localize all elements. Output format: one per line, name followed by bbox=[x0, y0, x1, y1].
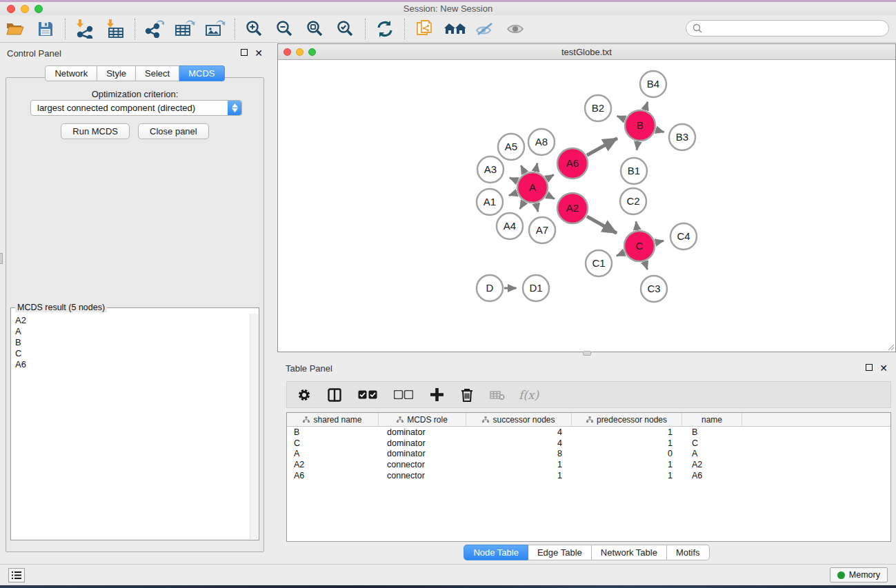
show-columns-icon[interactable] bbox=[326, 386, 344, 404]
table-cell[interactable]: 1 bbox=[572, 438, 682, 448]
table-cell[interactable]: C bbox=[287, 438, 379, 448]
tab-network[interactable]: Network bbox=[45, 65, 97, 81]
table-cell[interactable]: 1 bbox=[466, 471, 572, 480]
float-panel-icon[interactable] bbox=[241, 48, 248, 58]
open-file-icon[interactable] bbox=[2, 18, 28, 40]
table-cell[interactable]: 1 bbox=[572, 460, 682, 469]
save-session-icon[interactable] bbox=[32, 18, 59, 40]
table-cell[interactable]: 4 bbox=[466, 438, 572, 448]
zoom-out-icon[interactable] bbox=[272, 18, 298, 40]
column-header-shared-name[interactable]: shared name bbox=[287, 413, 379, 426]
mcds-result-item[interactable]: A bbox=[15, 326, 256, 337]
table-row[interactable]: A6connector11A6 bbox=[287, 470, 890, 481]
table-cell[interactable]: dominator bbox=[379, 427, 466, 437]
network-window-titlebar[interactable]: testGlobe.txt bbox=[278, 44, 895, 60]
graph-edge-A-A3[interactable] bbox=[510, 178, 517, 181]
column-header-MCDS-role[interactable]: MCDS role bbox=[379, 413, 466, 426]
table-cell[interactable]: dominator bbox=[379, 449, 466, 458]
network-canvas[interactable]: AA6A2BCB4B2B3A5A8A3B1A1C2A4A7C4C1C3DD1 bbox=[278, 60, 895, 352]
graph-edge-A-A4[interactable] bbox=[520, 202, 524, 209]
zoom-selected-icon[interactable] bbox=[332, 18, 359, 40]
tab-edge-table[interactable]: Edge Table bbox=[528, 545, 592, 560]
graph-edge-B-B3[interactable] bbox=[656, 130, 664, 132]
table-cell[interactable]: B bbox=[287, 427, 379, 437]
table-row[interactable]: Bdominator41B bbox=[287, 427, 890, 438]
graph-edge-B-B1[interactable] bbox=[637, 142, 638, 150]
graph-edge-C-C1[interactable] bbox=[617, 252, 624, 256]
table-cell[interactable]: 0 bbox=[572, 449, 682, 458]
zoom-in-icon[interactable] bbox=[241, 18, 268, 40]
table-cell[interactable]: 4 bbox=[466, 427, 572, 437]
import-network-icon[interactable] bbox=[72, 18, 98, 40]
resize-grip-icon[interactable] bbox=[886, 343, 895, 351]
duplicate-network-icon[interactable] bbox=[411, 18, 437, 40]
table-cell[interactable]: 8 bbox=[466, 449, 572, 458]
table-cell[interactable]: dominator bbox=[379, 438, 466, 448]
mcds-result-item[interactable]: C bbox=[15, 348, 256, 359]
export-table-icon[interactable] bbox=[172, 18, 198, 40]
column-header-name[interactable]: name bbox=[682, 413, 742, 426]
result-scrollbar[interactable] bbox=[250, 314, 258, 539]
select-all-icon[interactable] bbox=[356, 386, 379, 404]
table-cell[interactable]: A6 bbox=[682, 471, 742, 480]
network-graph[interactable]: AA6A2BCB4B2B3A5A8A3B1A1C2A4A7C4C1C3DD1 bbox=[278, 60, 895, 352]
tab-select[interactable]: Select bbox=[136, 65, 179, 81]
table-cell[interactable]: A2 bbox=[682, 460, 742, 469]
delete-table-icon[interactable] bbox=[488, 386, 506, 404]
search-box[interactable] bbox=[686, 20, 889, 37]
graph-edge-C-C3[interactable] bbox=[645, 262, 648, 270]
graph-edge-A-A5[interactable] bbox=[521, 165, 525, 173]
mcds-result-item[interactable]: B bbox=[15, 337, 256, 348]
hide-selected-icon[interactable] bbox=[472, 18, 498, 40]
table-cell[interactable]: A bbox=[682, 449, 742, 458]
graph-edge-A6-B[interactable] bbox=[587, 139, 617, 156]
unselect-all-icon[interactable] bbox=[392, 386, 415, 404]
table-cell[interactable]: A2 bbox=[287, 460, 379, 469]
column-header-successor-nodes[interactable]: successor nodes bbox=[466, 413, 572, 426]
tab-style[interactable]: Style bbox=[97, 65, 136, 81]
tab-network-table[interactable]: Network Table bbox=[592, 545, 667, 560]
table-row[interactable]: A2connector11A2 bbox=[287, 459, 890, 470]
search-input[interactable] bbox=[706, 23, 879, 34]
import-table-icon[interactable] bbox=[102, 18, 128, 40]
close-panel-icon[interactable]: ✕ bbox=[255, 48, 263, 59]
table-settings-gear-icon[interactable] bbox=[295, 386, 313, 404]
close-panel-button[interactable]: Close panel bbox=[138, 123, 209, 139]
graph-edge-A-A1[interactable] bbox=[509, 193, 517, 196]
column-header-predecessor-nodes[interactable]: predecessor nodes bbox=[572, 413, 682, 426]
run-mcds-button[interactable]: Run MCDS bbox=[61, 123, 130, 139]
graph-edge-C-C4[interactable] bbox=[655, 241, 664, 243]
graph-edge-A2-C[interactable] bbox=[587, 216, 617, 233]
table-cell[interactable]: C bbox=[682, 438, 742, 448]
graph-edge-C-C2[interactable] bbox=[636, 221, 637, 230]
tab-node-table[interactable]: Node Table bbox=[464, 545, 528, 560]
splitter-handle-bottom[interactable] bbox=[583, 351, 591, 356]
graph-edge-A-A8[interactable] bbox=[536, 163, 537, 172]
export-network-icon[interactable] bbox=[141, 18, 168, 40]
table-cell[interactable]: 1 bbox=[466, 460, 572, 469]
table-float-panel-icon[interactable] bbox=[866, 363, 873, 373]
table-cell[interactable]: B bbox=[682, 427, 742, 437]
delete-column-trash-icon[interactable] bbox=[458, 386, 476, 404]
tab-mcds[interactable]: MCDS bbox=[179, 65, 224, 81]
table-cell[interactable]: connector bbox=[379, 471, 466, 480]
show-panels-list-button[interactable] bbox=[8, 568, 25, 582]
table-cell[interactable]: 1 bbox=[572, 471, 682, 480]
zoom-fit-icon[interactable] bbox=[302, 18, 328, 40]
graph-edge-B-B2[interactable] bbox=[617, 116, 625, 119]
table-cell[interactable]: A bbox=[287, 449, 379, 458]
criterion-dropdown[interactable]: largest connected component (directed) bbox=[30, 100, 242, 116]
graph-edge-B-B4[interactable] bbox=[645, 102, 648, 110]
show-all-icon[interactable] bbox=[502, 18, 528, 40]
tab-motifs[interactable]: Motifs bbox=[667, 545, 710, 560]
table-row[interactable]: Adominator80A bbox=[287, 448, 890, 459]
table-cell[interactable]: 1 bbox=[572, 427, 682, 437]
refresh-icon[interactable] bbox=[372, 18, 398, 40]
mcds-result-item[interactable]: A2 bbox=[15, 315, 256, 326]
function-builder-icon[interactable]: f(x) bbox=[519, 388, 539, 402]
mcds-result-item[interactable]: A6 bbox=[15, 359, 256, 370]
create-column-plus-icon[interactable] bbox=[428, 386, 446, 404]
graph-edge-A-A2[interactable] bbox=[547, 195, 555, 199]
memory-button[interactable]: Memory bbox=[830, 567, 888, 582]
table-cell[interactable]: A6 bbox=[287, 471, 379, 480]
